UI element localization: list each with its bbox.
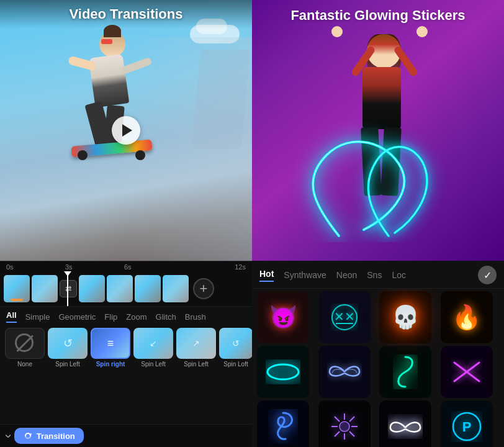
sticker-x-purple[interactable] (441, 346, 493, 398)
sticker-tab-synthwave[interactable]: Synthwave (284, 270, 326, 280)
marker-6s: 6s (124, 263, 132, 271)
transition-none[interactable]: None (5, 328, 45, 420)
transition-thumbnails-row: None ↺ Spin Left ≡ (0, 324, 252, 424)
left-panel-title: Video Transitions (70, 6, 183, 22)
label-spin-loft: Spin Loft (223, 361, 248, 368)
svg-text:✕✕: ✕✕ (334, 310, 355, 323)
label-none: None (17, 361, 32, 368)
tab-brush[interactable]: Brush (185, 312, 206, 322)
right-panel-title: Fantastic Glowing Stickers (290, 7, 465, 23)
marker-0s: 0s (6, 263, 14, 271)
svg-line-14 (349, 417, 354, 422)
timeline-thumb-1 (4, 275, 30, 302)
play-button[interactable] (112, 116, 140, 145)
marker-3s: 3s (65, 263, 73, 271)
transition-spin-right[interactable]: ≡ Spin right (91, 328, 130, 420)
svg-line-12 (335, 417, 340, 422)
tab-geometric[interactable]: Geometric (58, 312, 96, 322)
transition-badge[interactable]: Transition (14, 428, 84, 444)
left-video-panel: Video Transitions (0, 0, 252, 261)
sticker-skull-teal[interactable]: ✕✕ (318, 291, 371, 343)
transition-spin-left-3[interactable]: ↗ Spin Left (176, 328, 216, 420)
svg-line-13 (349, 431, 354, 436)
transition-marker[interactable]: ⇄ (60, 280, 77, 297)
label-spin-left-1: Spin Left (55, 361, 79, 368)
timeline-thumb-4 (107, 275, 133, 302)
timeline-thumb-2 (32, 275, 58, 302)
tab-zoom[interactable]: Zoom (126, 312, 146, 322)
transition-category-tabs: All Simple Geometric Flip Zoom Glitch Br… (0, 306, 252, 324)
playhead (67, 271, 68, 306)
transition-spin-left-2[interactable]: ↙ Spin Left (133, 328, 173, 420)
label-spin-left-3: Spin Left (184, 361, 208, 368)
label-spin-left-2: Spin Left (141, 361, 165, 368)
svg-line-15 (335, 431, 340, 436)
sticker-category-tabs: Hot Synthwave Neon Sns Loc ✓ (252, 261, 504, 289)
sticker-skull-orange[interactable]: 💀 (379, 291, 431, 343)
timeline-markers: 0s 3s 6s 12s (0, 261, 252, 271)
right-panel-title-bar: Fantastic Glowing Stickers (252, 0, 504, 31)
timeline-panel: 0s 3s 6s 12s (0, 261, 252, 447)
sticker-wings[interactable] (318, 346, 371, 398)
tab-glitch[interactable]: Glitch (156, 312, 176, 322)
sticker-tab-neon[interactable]: Neon (336, 270, 357, 280)
sticker-tab-sns[interactable]: Sns (367, 270, 382, 280)
transition-spin-loft[interactable]: ↺ Spin Loft (219, 328, 252, 420)
tab-all[interactable]: All (6, 310, 17, 323)
timeline-thumb-3 (79, 275, 105, 302)
tab-simple[interactable]: Simple (25, 312, 50, 322)
neon-spiral (264, 81, 500, 242)
right-video-panel: Fantastic Glowing Stickers (252, 0, 504, 261)
sticker-tab-hot[interactable]: Hot (259, 269, 274, 282)
timeline-thumb-6 (163, 275, 189, 302)
bottom-bar: ‹ Transition (0, 424, 252, 447)
sticker-wings-white[interactable] (379, 400, 431, 447)
chevron-down-icon[interactable]: ‹ (0, 434, 14, 438)
tab-flip[interactable]: Flip (104, 312, 117, 322)
sticker-grid: 😈 ✕✕ 💀 🔥 (252, 289, 504, 447)
sticker-tab-loc[interactable]: Loc (392, 270, 406, 280)
sticker-swirl-blue[interactable] (257, 400, 309, 447)
add-clip-button[interactable]: + (193, 278, 214, 299)
sticker-confirm-button[interactable]: ✓ (478, 266, 497, 284)
transition-spin-left-1[interactable]: ↺ Spin Left (48, 328, 88, 420)
left-panel-title-bar: Video Transitions (0, 0, 252, 29)
svg-point-4 (268, 364, 299, 379)
svg-point-7 (340, 422, 349, 431)
sticker-burst[interactable] (318, 400, 371, 447)
sticker-teal-ring[interactable] (257, 346, 309, 398)
sticker-s-curve[interactable] (379, 346, 431, 398)
sticker-mask-red[interactable]: 😈 (257, 291, 309, 343)
label-spin-right: Spin right (96, 361, 125, 368)
transition-badge-label: Transition (37, 431, 75, 441)
sticker-p-logo[interactable]: P (441, 400, 493, 447)
marker-12s: 12s (235, 263, 246, 271)
timeline-strip: ⇄ + (0, 271, 252, 306)
svg-text:P: P (462, 419, 471, 435)
timeline-thumb-5 (135, 275, 161, 302)
sticker-panel: Hot Synthwave Neon Sns Loc ✓ 😈 (252, 261, 504, 447)
play-icon (122, 124, 132, 137)
sticker-fire[interactable]: 🔥 (441, 291, 493, 343)
